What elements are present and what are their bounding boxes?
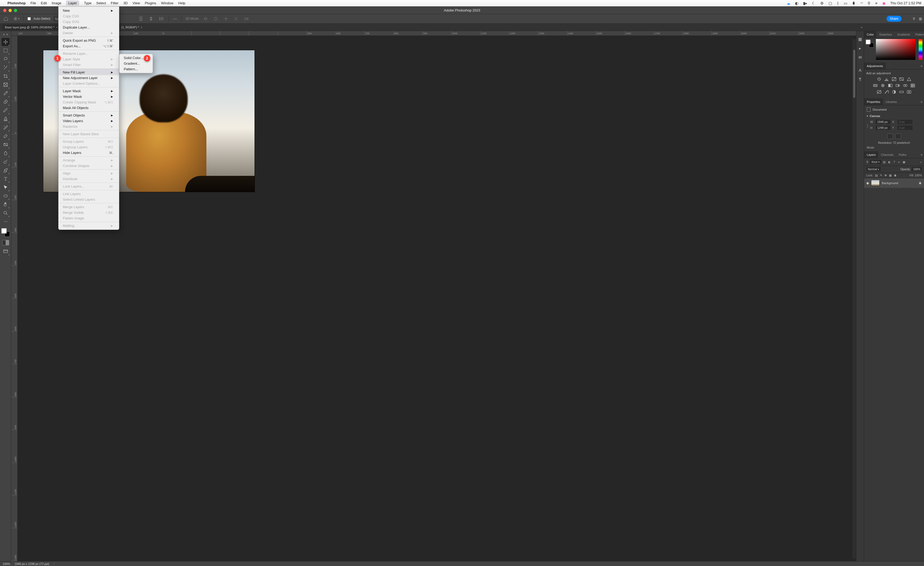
- layer-visibility-icon[interactable]: ◉: [866, 181, 869, 185]
- tab-color[interactable]: Color: [864, 31, 876, 38]
- ruler-horizontal[interactable]: 1003001002001000500600700800900100011001…: [18, 31, 856, 36]
- adj-vibrance-icon[interactable]: [907, 77, 911, 81]
- filter-smart-icon[interactable]: ▣: [903, 160, 905, 163]
- layer-thumbnail[interactable]: [871, 180, 880, 186]
- 3d-camera-icon[interactable]: [243, 15, 250, 22]
- color-swatches[interactable]: [2, 228, 10, 237]
- collapsed-history-icon[interactable]: ▸: [859, 46, 861, 51]
- 3d-roll-icon[interactable]: [212, 15, 219, 22]
- menubar-siri-icon[interactable]: ◉: [882, 1, 885, 5]
- menubar-toggles-icon[interactable]: ⚙︎: [820, 1, 824, 5]
- fg-color-swatch[interactable]: [2, 228, 7, 234]
- tab-adjustments[interactable]: Adjustments: [864, 63, 886, 69]
- layer-filter-kind[interactable]: Kind▾: [870, 160, 881, 164]
- menu-item-hide-layers[interactable]: Hide Layers⌘,: [58, 150, 119, 156]
- submenu-gradient[interactable]: Gradient...: [120, 61, 153, 66]
- hand-tool[interactable]: [2, 201, 10, 208]
- menubar-search-icon[interactable]: ⚲: [868, 1, 870, 5]
- submenu-pattern[interactable]: Pattern...: [120, 66, 153, 72]
- filter-type-icon[interactable]: T: [894, 160, 895, 163]
- minimize-window-button[interactable]: [9, 9, 12, 12]
- ruler-origin[interactable]: [11, 31, 18, 36]
- edit-toolbar[interactable]: ⋯: [2, 217, 10, 226]
- stamp-tool[interactable]: [2, 115, 10, 123]
- menubar-bluetooth-icon[interactable]: ᛒ: [837, 1, 839, 5]
- menu-filter[interactable]: Filter: [111, 1, 118, 5]
- menu-item-export-as[interactable]: Export As...⌥⇧⌘': [58, 43, 119, 49]
- menu-image[interactable]: Image: [52, 1, 61, 5]
- menu-select[interactable]: Select: [96, 1, 106, 5]
- zoom-level[interactable]: 100%: [3, 562, 10, 566]
- screen-mode-toggle[interactable]: [2, 247, 10, 256]
- menubar-clock[interactable]: Thu Oct 27 1:52 PM: [890, 1, 921, 5]
- menu-item-smart-objects[interactable]: Smart Objects▶: [58, 111, 119, 118]
- menu-view[interactable]: View: [133, 1, 140, 5]
- marquee-tool[interactable]: [2, 46, 10, 54]
- adj-bw-icon[interactable]: [888, 83, 893, 88]
- tab-properties[interactable]: Properties: [864, 98, 883, 105]
- adj-gradientmap-icon[interactable]: [899, 90, 904, 94]
- toolbar-collapse-icon[interactable]: «: [3, 33, 4, 36]
- crop-tool[interactable]: [2, 72, 10, 80]
- adj-channelmixer-icon[interactable]: [903, 83, 908, 88]
- eyedropper-tool[interactable]: [2, 89, 10, 97]
- history-brush-tool[interactable]: [2, 123, 10, 132]
- frame-tool[interactable]: [2, 81, 10, 89]
- lock-all-icon[interactable]: 🔒︎: [894, 174, 897, 177]
- home-button[interactable]: [2, 15, 10, 22]
- search-icon[interactable]: ⚲: [913, 17, 915, 21]
- menubar-battery-icon[interactable]: 🔋︎: [852, 1, 856, 5]
- tab-channels[interactable]: Channels: [878, 151, 896, 158]
- layer-lock-icon[interactable]: 🔒︎: [919, 181, 922, 185]
- x-field[interactable]: 0 px: [897, 120, 912, 124]
- healing-tool[interactable]: [2, 98, 10, 106]
- layer-row-background[interactable]: ◉ Background 🔒︎: [864, 178, 924, 188]
- tool-preset-button[interactable]: ▾: [12, 15, 20, 22]
- orientation-landscape-icon[interactable]: [895, 133, 901, 139]
- close-window-button[interactable]: [3, 9, 6, 12]
- adj-levels-icon[interactable]: [884, 77, 889, 81]
- align-icon-1[interactable]: [137, 15, 145, 22]
- width-field[interactable]: 1946 px: [876, 120, 891, 124]
- adj-selective-icon[interactable]: [907, 90, 911, 94]
- gradient-tool[interactable]: [2, 141, 10, 148]
- dodge-tool[interactable]: [2, 158, 10, 166]
- filter-shape-icon[interactable]: ▱: [898, 160, 900, 163]
- disclosure-triangle-icon[interactable]: ▾: [867, 115, 868, 117]
- quick-mask-toggle[interactable]: [2, 240, 9, 245]
- fill-field[interactable]: 100%: [915, 174, 922, 177]
- more-options-icon[interactable]: ⋯: [173, 16, 177, 21]
- menu-layer[interactable]: Layer: [66, 0, 79, 6]
- menubar-wifi-icon[interactable]: ⌔: [861, 1, 863, 5]
- adj-brightness-icon[interactable]: [877, 77, 882, 81]
- 3d-slide-icon[interactable]: [232, 15, 240, 22]
- tab-swatches[interactable]: Swatches: [876, 31, 895, 38]
- menu-item-new-adjustment-layer[interactable]: New Adjustment Layer▶: [58, 75, 119, 81]
- adjustments-menu-icon[interactable]: ≡: [919, 64, 924, 67]
- lock-image-icon[interactable]: ✎: [880, 174, 882, 177]
- menu-item-mask-all-objects[interactable]: Mask All Objects: [58, 105, 119, 111]
- hue-strip[interactable]: [919, 39, 922, 60]
- color-fgbg-swatches[interactable]: [866, 40, 874, 48]
- zoom-tool[interactable]: [2, 209, 10, 217]
- color-field[interactable]: [876, 39, 915, 60]
- move-tool[interactable]: [2, 38, 10, 46]
- tab-gradients[interactable]: Gradients: [895, 31, 913, 38]
- menu-item-layer-mask[interactable]: Layer Mask▶: [58, 87, 119, 94]
- adj-invert-icon[interactable]: [877, 90, 882, 94]
- align-icon-2[interactable]: [147, 15, 155, 22]
- workspace-switcher-icon[interactable]: ▥: [919, 17, 922, 21]
- menu-item-new-fill-layer[interactable]: New Fill Layer▶: [58, 69, 119, 75]
- tab-layers[interactable]: Layers: [864, 151, 878, 158]
- lock-position-icon[interactable]: ✥: [884, 174, 887, 177]
- link-dimensions-icon[interactable]: ⟆: [867, 124, 868, 128]
- type-tool[interactable]: [2, 175, 10, 183]
- status-chevron-icon[interactable]: 〉: [54, 562, 56, 566]
- doc-tab-0[interactable]: Base layer.jpeg @ 100% (RGB/8#) * ×: [3, 25, 60, 30]
- menu-edit[interactable]: Edit: [41, 1, 47, 5]
- share-button[interactable]: Share: [886, 16, 902, 22]
- expand-panels-icon[interactable]: «: [861, 25, 862, 29]
- blend-mode-select[interactable]: Normal ▾: [866, 167, 880, 171]
- menubar-controlcenter-icon[interactable]: ≡: [875, 1, 877, 5]
- auto-select-checkbox[interactable]: [27, 17, 31, 20]
